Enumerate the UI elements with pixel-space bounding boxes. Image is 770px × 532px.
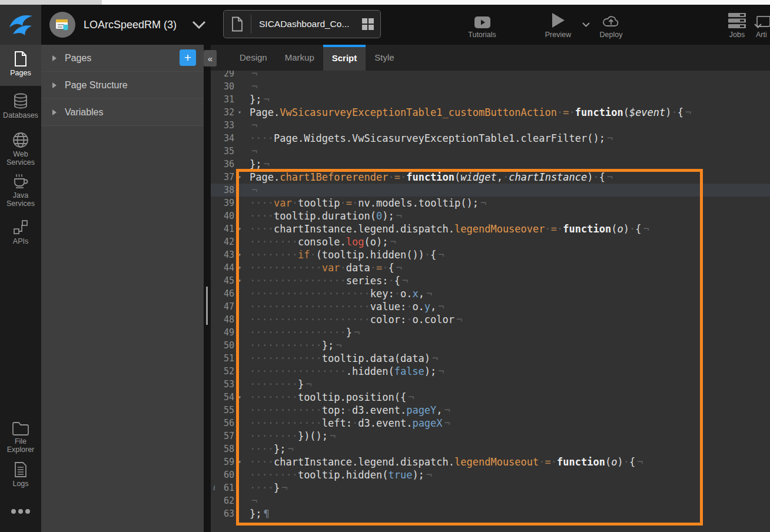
expand-arrow-icon[interactable] xyxy=(52,82,57,88)
code-text: ················.hidden(false);¬ xyxy=(250,365,444,378)
line-number: 43 xyxy=(211,248,234,261)
action-preview[interactable]: Preview xyxy=(535,12,582,39)
line-number: 58 xyxy=(211,443,234,455)
chevron-down-icon[interactable] xyxy=(582,22,590,27)
play-icon xyxy=(551,12,565,28)
code-line-51[interactable]: 51············tooltip.data(data)¬ xyxy=(211,352,770,365)
code-line-47[interactable]: 47····················value:·o.y,¬ xyxy=(211,300,770,313)
code-line-37[interactable]: 37▾Page.chart1Beforerender·=·function(wi… xyxy=(211,171,770,184)
sidebar-item-logs[interactable]: Logs xyxy=(0,461,41,488)
code-line-31[interactable]: 31};¬ xyxy=(211,93,770,106)
code-line-34[interactable]: 34····Page.Widgets.VwSicasurveyException… xyxy=(211,132,770,145)
code-line-48[interactable]: 48····················color:·o.color¬ xyxy=(211,313,770,326)
editor-tabbar: Design Markup Script Style xyxy=(211,45,770,71)
code-line-43[interactable]: 43▾········if·(tooltip.hidden())·{¬ xyxy=(211,248,770,261)
code-text: ········}¬ xyxy=(250,378,311,391)
code-text: ········})();¬ xyxy=(250,430,336,443)
tab-script[interactable]: Script xyxy=(323,45,366,71)
add-page-button[interactable]: + xyxy=(180,49,196,66)
line-number: 30 xyxy=(211,80,234,93)
code-line-57[interactable]: 57········})();¬ xyxy=(211,430,770,443)
panel-section-page-structure[interactable]: Page Structure xyxy=(41,72,204,99)
code-line-38[interactable]: 38¬ xyxy=(211,184,770,197)
sidebar-item-java-services[interactable]: Java Services xyxy=(0,173,41,208)
code-line-32[interactable]: 32▾Page.VwSicasurveyExceptionTable1_cust… xyxy=(211,106,770,119)
sidebar-item-databases[interactable]: Databases xyxy=(0,93,41,119)
fold-arrow-icon[interactable]: ▾ xyxy=(238,222,241,235)
sidebar-item-web-services[interactable]: Web Services xyxy=(0,132,41,167)
dashboard-grid-icon[interactable] xyxy=(356,18,380,31)
code-line-30[interactable]: 30¬ xyxy=(211,80,770,93)
code-line-49[interactable]: 49················}¬ xyxy=(211,326,770,339)
fold-arrow-icon[interactable]: ▾ xyxy=(238,106,241,119)
code-editor[interactable]: 29¬30¬31};¬32▾Page.VwSicasurveyException… xyxy=(211,71,770,532)
code-line-54[interactable]: 54▾········tooltip.position({¬ xyxy=(211,391,770,404)
expand-arrow-icon[interactable] xyxy=(52,55,57,61)
code-line-60[interactable]: 60········tooltip.hidden(true);¬ xyxy=(211,468,770,481)
code-line-61[interactable]: i61····}¬ xyxy=(211,481,770,494)
code-line-44[interactable]: 44▾············var·data·=·{¬ xyxy=(211,261,770,274)
tab-style[interactable]: Style xyxy=(366,45,403,71)
wavemaker-logo[interactable] xyxy=(0,5,41,45)
fold-arrow-icon[interactable]: ▾ xyxy=(238,171,241,184)
code-line-58[interactable]: 58····};¬ xyxy=(211,443,770,455)
project-switcher[interactable]: LOArcSpeedRM (3) xyxy=(49,5,206,45)
tab-markup[interactable]: Markup xyxy=(276,45,323,71)
code-line-63[interactable]: 63};¶ xyxy=(211,507,770,520)
expand-arrow-icon[interactable] xyxy=(52,109,57,115)
java-cup-icon xyxy=(0,173,41,189)
code-line-53[interactable]: 53········}¬ xyxy=(211,378,770,391)
code-line-62[interactable]: 62¬ xyxy=(211,494,770,507)
action-artifacts[interactable]: Arti xyxy=(756,12,770,39)
page-tab[interactable]: SICADashboard_Co... xyxy=(223,10,381,38)
code-line-52[interactable]: 52················.hidden(false);¬ xyxy=(211,365,770,378)
line-number: 45 xyxy=(211,274,234,287)
line-number: 49 xyxy=(211,326,234,339)
code-line-35[interactable]: 35¬ xyxy=(211,145,770,158)
scrollbar-thumb[interactable] xyxy=(206,287,208,325)
code-line-59[interactable]: 59▾····chartInstance.legend.dispatch.leg… xyxy=(211,455,770,468)
action-label: Jobs xyxy=(722,31,752,39)
code-line-46[interactable]: 46····················key:·o.x,¬ xyxy=(211,287,770,300)
code-line-33[interactable]: 33¬ xyxy=(211,119,770,132)
code-text: ····················key:·o.x,¬ xyxy=(250,287,432,300)
code-line-36[interactable]: 36};¬ xyxy=(211,158,770,171)
code-text: ········console.log(o);¬ xyxy=(250,235,396,248)
fold-arrow-icon[interactable]: ▾ xyxy=(238,391,241,404)
fold-arrow-icon[interactable]: ▾ xyxy=(238,248,241,261)
code-line-39[interactable]: 39····var·tooltip·=·nv.models.tooltip();… xyxy=(211,197,770,210)
code-line-40[interactable]: 40····tooltip.duration(0);¬ xyxy=(211,210,770,222)
project-avatar-icon xyxy=(49,12,75,38)
code-text: ····}¬ xyxy=(250,481,287,494)
action-jobs[interactable]: Jobs xyxy=(722,12,752,39)
package-icon xyxy=(756,12,770,28)
panel-section-pages[interactable]: Pages + xyxy=(41,45,204,72)
code-line-45[interactable]: 45▾················series:·{¬ xyxy=(211,274,770,287)
code-text: ¬ xyxy=(250,145,257,158)
action-deploy[interactable]: Deploy xyxy=(592,12,630,39)
code-line-55[interactable]: 55············top:·d3.event.pageY,¬ xyxy=(211,404,770,417)
panel-collapse-button[interactable]: « xyxy=(204,50,217,66)
app-header: LOArcSpeedRM (3) SICADashboard_Co... Tut… xyxy=(0,5,770,45)
action-tutorials[interactable]: Tutorials xyxy=(464,12,500,39)
fold-arrow-icon[interactable]: ▾ xyxy=(238,274,241,287)
code-line-42[interactable]: 42········console.log(o);¬ xyxy=(211,235,770,248)
sidebar-item-apis[interactable]: APIs xyxy=(0,219,41,245)
code-line-56[interactable]: 56············left:·d3.event.pageX¬ xyxy=(211,417,770,430)
code-line-50[interactable]: 50············};¬ xyxy=(211,339,770,352)
pages-icon xyxy=(0,51,41,67)
line-number: 46 xyxy=(211,287,234,300)
code-line-41[interactable]: 41▾····chartInstance.legend.dispatch.leg… xyxy=(211,222,770,235)
sidebar-item-pages[interactable]: Pages xyxy=(0,51,41,77)
fold-arrow-icon[interactable]: ▾ xyxy=(238,455,241,468)
panel-section-variables[interactable]: Variables xyxy=(41,99,204,126)
sidebar-item-more[interactable] xyxy=(0,508,41,514)
code-text: ¬ xyxy=(250,71,257,80)
tab-design[interactable]: Design xyxy=(231,45,276,71)
fold-arrow-icon[interactable]: ▾ xyxy=(238,261,241,274)
sidebar-item-file-explorer[interactable]: File Explorer xyxy=(0,420,41,454)
page-tab-title: SICADashboard_Co... xyxy=(251,19,356,29)
code-line-29[interactable]: 29¬ xyxy=(211,71,770,80)
action-label: Arti xyxy=(756,31,770,39)
line-number: 61 xyxy=(211,481,234,494)
